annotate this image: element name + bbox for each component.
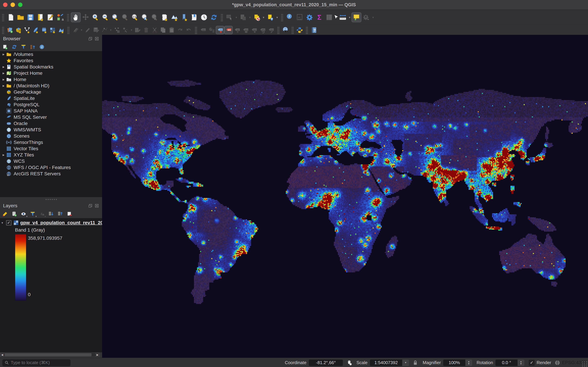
undock-panel-icon[interactable] (88, 204, 93, 208)
expand-icon[interactable]: ▶ (1, 66, 6, 68)
macros-dropdown-icon[interactable]: ▼ (371, 16, 375, 19)
open-data-source-manager-button[interactable] (6, 26, 14, 34)
pin-unpin-labels-button[interactable]: ab (216, 26, 224, 34)
save-project-button[interactable] (26, 12, 35, 22)
help-contents-button[interactable]: ? (310, 26, 318, 34)
browser-item-scenes[interactable]: Scenes (0, 133, 102, 139)
new-mesh-layer-button[interactable] (57, 26, 65, 34)
toolbar-grip[interactable] (291, 26, 294, 34)
layer-visibility-checkbox[interactable]: ✓ (6, 220, 11, 225)
layer-name[interactable]: gpw_v4_population_count_rev11_2020_15_mi… (20, 220, 102, 225)
show-layout-manager-button[interactable] (45, 12, 55, 22)
expand-icon[interactable]: ▶ (1, 153, 6, 157)
new-shapefile-layer-button[interactable] (23, 26, 31, 34)
highlight-pinned-labels-button[interactable]: abc (224, 26, 233, 34)
open-layer-styling-button[interactable] (2, 210, 9, 217)
new-map-view-button[interactable] (160, 12, 169, 22)
browser-item-wms-wmts[interactable]: WMS/WMTS (0, 127, 102, 133)
manage-map-themes-dropdown-icon[interactable]: ▼ (26, 215, 28, 218)
expand-all-button[interactable] (48, 210, 54, 217)
browser-item-volumes[interactable]: ▶/Volumes (0, 51, 102, 58)
filter-legend-button[interactable]: ▼ (29, 210, 36, 217)
locator-input[interactable] (10, 360, 66, 366)
expand-icon[interactable]: ▶ (1, 78, 6, 81)
browser-item-vector-tiles[interactable]: Vector Tiles (0, 145, 102, 152)
browser-item-geopackage[interactable]: GeoPackage (0, 89, 102, 95)
manage-map-themes-button[interactable]: ▼ (20, 210, 27, 217)
new-spatialite-layer-button[interactable] (31, 26, 40, 34)
coordinate-value[interactable]: -81.2°,66° (309, 359, 343, 366)
toolbar-grip[interactable] (195, 26, 197, 34)
map-canvas[interactable] (102, 35, 588, 358)
browser-item-sensorthings[interactable]: SensorThings (0, 139, 102, 145)
new-print-layout-button[interactable] (35, 12, 45, 22)
browser-item-project-home[interactable]: ▶Project Home (0, 70, 102, 76)
close-panel-icon[interactable] (95, 204, 99, 208)
remove-layer-group-button[interactable] (66, 210, 73, 217)
select-by-location-button[interactable] (265, 12, 275, 22)
browser-item-home[interactable]: ▶Home (0, 76, 102, 83)
crs-globe-icon[interactable] (554, 360, 560, 366)
collapse-all-button[interactable] (29, 43, 36, 50)
browser-item-xyz-tiles[interactable]: ▶XYZ Tiles (0, 152, 102, 158)
identify-features-button[interactable]: i (285, 12, 295, 22)
refresh-browser-button[interactable] (11, 43, 18, 50)
deselect-features-all-layers-button[interactable] (252, 12, 262, 22)
browser-item-spatialite[interactable]: SpatiaLite (0, 95, 102, 101)
zoom-last-button[interactable] (140, 12, 150, 22)
statistical-summary-button[interactable]: Σ (314, 12, 324, 22)
add-group-button[interactable] (11, 210, 18, 217)
new-temporary-scratch-layer-button[interactable] (40, 26, 48, 34)
browser-item-wcs[interactable]: WCS (0, 158, 102, 164)
python-console-button[interactable] (295, 26, 304, 34)
select-features-by-value-dropdown-icon[interactable]: ▼ (248, 16, 252, 19)
toolbar-grip[interactable] (277, 26, 279, 34)
vertex-tool-dropdown-icon[interactable]: ▼ (130, 29, 133, 32)
zoom-full-button[interactable] (110, 12, 120, 22)
resize-grip[interactable] (581, 361, 588, 367)
scrollbar-thumb[interactable] (5, 353, 92, 356)
lock-scale-icon[interactable] (412, 360, 418, 366)
processing-toolbox-button[interactable] (304, 12, 314, 22)
scroll-right-icon[interactable]: ▶ (95, 353, 100, 356)
add-selected-layers-button[interactable] (2, 43, 9, 50)
current-edits-dropdown-icon[interactable]: ▼ (80, 29, 83, 32)
extents-toggle-icon[interactable] (346, 360, 352, 366)
collapse-all-layers-button[interactable] (57, 210, 64, 217)
refresh-map-button[interactable] (209, 12, 219, 22)
select-features-dropdown-icon[interactable]: ▼ (234, 16, 238, 19)
map-tips-button[interactable] (352, 12, 361, 22)
digitize-with-segment-dropdown-icon[interactable]: ▼ (109, 29, 113, 32)
undock-panel-icon[interactable] (88, 36, 93, 41)
toolbar-grip[interactable] (2, 26, 4, 34)
expand-icon[interactable]: ▶ (1, 84, 6, 87)
render-toggle[interactable]: ✓ Render (529, 360, 551, 366)
scroll-left-icon[interactable]: ◀ (0, 353, 4, 356)
browser-item-macintosh-hd[interactable]: ▶/ (Macintosh HD) (0, 83, 102, 89)
show-spatial-bookmarks-button[interactable] (189, 12, 199, 22)
filter-legend-dropdown-icon[interactable]: ▼ (35, 215, 37, 218)
browser-item-favorites[interactable]: Favorites (0, 58, 102, 64)
new-3d-map-view-button[interactable] (169, 12, 179, 22)
browser-item-arcgis-rest-servers[interactable]: ArcGIS REST Servers (0, 171, 102, 177)
rotation-spinbox[interactable]: 0.0 ° ▲▼ (495, 359, 524, 366)
collapse-layer-icon[interactable]: ▼ (1, 221, 6, 224)
toolbar-grip[interactable] (306, 26, 308, 34)
style-manager-button[interactable]: a (55, 12, 65, 22)
zoom-out-button[interactable] (100, 12, 110, 22)
toolbar-grip[interactable] (2, 13, 4, 21)
zoom-to-native-resolution-button[interactable]: 1:1 (130, 12, 140, 22)
expand-icon[interactable]: ▶ (1, 53, 6, 56)
measure-line-dropdown-icon[interactable]: ▼ (348, 16, 352, 19)
measure-line-button[interactable] (338, 12, 348, 22)
temporal-controller-button[interactable] (199, 12, 209, 22)
new-virtual-layer-button[interactable] (48, 26, 57, 34)
browser-item-ms-sql-server[interactable]: MS SQL Server (0, 114, 102, 120)
deselect-features-all-layers-dropdown-icon[interactable]: ▼ (262, 16, 265, 19)
toolbar-grip[interactable] (67, 13, 69, 21)
new-project-button[interactable] (6, 12, 16, 22)
browser-horizontal-scrollbar[interactable]: ◀ ▶ (0, 352, 100, 357)
magnifier-spinbox[interactable]: 100% ▲▼ (443, 359, 472, 366)
layer-item[interactable]: ▼ ✓ gpw_v4_population_count_rev11_2020_1… (0, 218, 102, 226)
close-panel-icon[interactable] (95, 36, 99, 41)
